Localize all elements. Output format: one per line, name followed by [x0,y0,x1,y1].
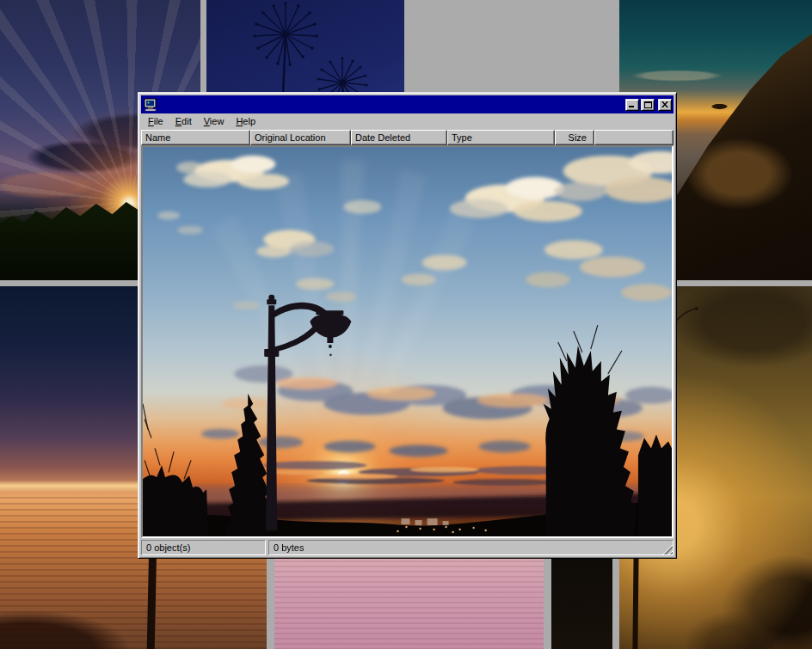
lake-pole-silhouette [147,544,157,649]
column-headers: Name Original Location Date Deleted Type… [141,130,674,145]
status-bytes: 0 bytes [268,540,674,555]
column-header-size[interactable]: Size [555,130,594,145]
menu-help[interactable]: Help [230,114,261,129]
close-button[interactable] [658,99,672,111]
resize-grip[interactable] [661,543,673,554]
file-list-area[interactable] [141,145,674,538]
amber-pole-silhouette [632,553,638,649]
column-header-name[interactable]: Name [141,130,250,145]
maximize-button[interactable] [641,99,655,111]
column-header-filler [594,130,674,145]
computer-icon [144,98,157,112]
menu-bar: File Edit View Help [141,113,674,130]
recycle-bin-window: File Edit View Help Name Original Locati… [138,92,677,559]
status-bar: 0 object(s) 0 bytes [141,540,674,555]
menu-edit[interactable]: Edit [169,114,198,129]
maximize-icon [644,101,652,108]
menu-file[interactable]: File [142,114,169,129]
close-icon [661,101,668,107]
column-header-original-location[interactable]: Original Location [250,130,351,145]
window-system-icon[interactable] [144,98,157,112]
column-header-date-deleted[interactable]: Date Deleted [351,130,447,145]
menu-view[interactable]: View [198,114,231,129]
list-background-sunset-photo [143,147,672,536]
minimize-button[interactable] [625,99,639,111]
minimize-icon [629,101,636,107]
window-titlebar[interactable] [141,95,674,113]
window-controls [625,99,672,111]
status-objects: 0 object(s) [141,540,266,555]
column-header-type[interactable]: Type [447,130,555,145]
desktop: File Edit View Help Name Original Locati… [0,0,812,649]
status-bytes-text: 0 bytes [274,542,304,553]
